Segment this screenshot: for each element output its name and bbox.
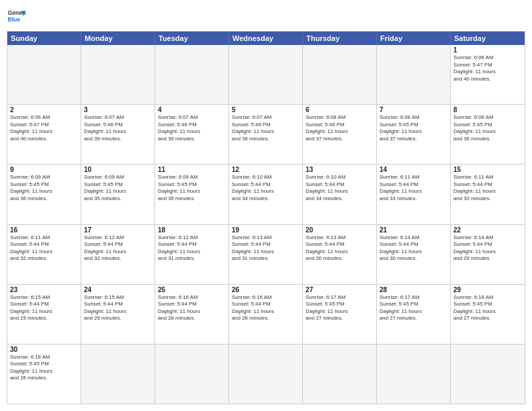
day-info: Sunrise: 6:12 AM Sunset: 5:44 PM Dayligh… — [158, 234, 226, 263]
day-info: Sunrise: 6:06 AM Sunset: 5:47 PM Dayligh… — [10, 114, 78, 142]
logo-icon: General Blue — [7, 7, 26, 26]
calendar-cell-r2-c5: 14Sunrise: 6:11 AM Sunset: 5:44 PM Dayli… — [377, 165, 451, 224]
day-info: Sunrise: 6:07 AM Sunset: 5:46 PM Dayligh… — [158, 114, 226, 142]
day-number: 24 — [84, 286, 152, 293]
day-info: Sunrise: 6:16 AM Sunset: 5:44 PM Dayligh… — [158, 294, 226, 322]
calendar-cell-r1-c1: 3Sunrise: 6:07 AM Sunset: 5:46 PM Daylig… — [81, 105, 155, 164]
calendar-cell-r0-c5 — [377, 45, 451, 104]
day-number: 16 — [10, 226, 78, 234]
calendar-cell-r0-c1 — [81, 45, 155, 104]
day-number: 14 — [380, 166, 447, 173]
day-number: 25 — [158, 286, 226, 293]
day-info: Sunrise: 6:11 AM Sunset: 5:44 PM Dayligh… — [10, 234, 78, 263]
calendar-cell-r4-c2: 25Sunrise: 6:16 AM Sunset: 5:44 PM Dayli… — [155, 285, 229, 344]
day-number: 15 — [453, 166, 522, 173]
day-number: 22 — [453, 226, 522, 234]
header-day-friday: Friday — [377, 32, 451, 45]
day-number: 19 — [232, 226, 300, 234]
day-info: Sunrise: 6:14 AM Sunset: 5:44 PM Dayligh… — [380, 234, 447, 263]
day-number: 4 — [158, 106, 226, 113]
day-number: 27 — [306, 286, 373, 293]
day-info: Sunrise: 6:06 AM Sunset: 5:47 PM Dayligh… — [453, 54, 522, 83]
day-number: 30 — [10, 346, 78, 353]
day-info: Sunrise: 6:17 AM Sunset: 5:45 PM Dayligh… — [380, 294, 447, 322]
day-info: Sunrise: 6:11 AM Sunset: 5:44 PM Dayligh… — [453, 174, 522, 202]
calendar-cell-r4-c6: 29Sunrise: 6:18 AM Sunset: 5:45 PM Dayli… — [451, 285, 525, 344]
day-number: 29 — [453, 286, 522, 293]
calendar-row-5: 30Sunrise: 6:18 AM Sunset: 5:45 PM Dayli… — [7, 345, 525, 404]
calendar-cell-r0-c2 — [155, 45, 229, 104]
day-number: 13 — [306, 166, 373, 173]
day-info: Sunrise: 6:17 AM Sunset: 5:45 PM Dayligh… — [306, 294, 373, 322]
calendar-row-3: 16Sunrise: 6:11 AM Sunset: 5:44 PM Dayli… — [7, 225, 525, 285]
header-day-monday: Monday — [81, 32, 155, 45]
calendar-cell-r3-c6: 22Sunrise: 6:14 AM Sunset: 5:44 PM Dayli… — [451, 225, 525, 284]
calendar-cell-r4-c0: 23Sunrise: 6:15 AM Sunset: 5:44 PM Dayli… — [7, 285, 81, 344]
calendar-cell-r5-c2 — [155, 345, 229, 404]
day-info: Sunrise: 6:12 AM Sunset: 5:44 PM Dayligh… — [84, 234, 152, 263]
day-info: Sunrise: 6:13 AM Sunset: 5:44 PM Dayligh… — [306, 234, 373, 263]
day-info: Sunrise: 6:10 AM Sunset: 5:44 PM Dayligh… — [306, 174, 373, 202]
day-number: 5 — [232, 106, 300, 113]
calendar-row-1: 2Sunrise: 6:06 AM Sunset: 5:47 PM Daylig… — [7, 105, 525, 165]
calendar-cell-r4-c3: 26Sunrise: 6:16 AM Sunset: 5:44 PM Dayli… — [229, 285, 303, 344]
day-info: Sunrise: 6:10 AM Sunset: 5:44 PM Dayligh… — [232, 174, 300, 202]
calendar-cell-r3-c0: 16Sunrise: 6:11 AM Sunset: 5:44 PM Dayli… — [7, 225, 81, 284]
calendar-cell-r4-c1: 24Sunrise: 6:15 AM Sunset: 5:44 PM Dayli… — [81, 285, 155, 344]
calendar-cell-r3-c4: 20Sunrise: 6:13 AM Sunset: 5:44 PM Dayli… — [303, 225, 377, 284]
day-info: Sunrise: 6:11 AM Sunset: 5:44 PM Dayligh… — [380, 174, 447, 202]
day-info: Sunrise: 6:18 AM Sunset: 5:45 PM Dayligh… — [453, 294, 522, 322]
calendar-row-4: 23Sunrise: 6:15 AM Sunset: 5:44 PM Dayli… — [7, 285, 525, 345]
day-number: 6 — [306, 106, 373, 113]
day-number: 26 — [232, 286, 300, 293]
header-day-sunday: Sunday — [7, 32, 81, 45]
logo: General Blue — [7, 7, 26, 26]
day-number: 11 — [158, 166, 226, 173]
day-info: Sunrise: 6:15 AM Sunset: 5:44 PM Dayligh… — [10, 294, 78, 322]
calendar-header: SundayMondayTuesdayWednesdayThursdayFrid… — [7, 32, 525, 45]
day-number: 20 — [306, 226, 373, 234]
calendar-cell-r3-c5: 21Sunrise: 6:14 AM Sunset: 5:44 PM Dayli… — [377, 225, 451, 284]
page: General Blue SundayMondayTuesdayWednesda… — [0, 0, 532, 411]
header-day-wednesday: Wednesday — [229, 32, 303, 45]
calendar-cell-r2-c6: 15Sunrise: 6:11 AM Sunset: 5:44 PM Dayli… — [451, 165, 525, 224]
day-info: Sunrise: 6:18 AM Sunset: 5:45 PM Dayligh… — [10, 354, 78, 382]
day-info: Sunrise: 6:09 AM Sunset: 5:45 PM Dayligh… — [10, 174, 78, 202]
day-number: 23 — [10, 286, 78, 293]
calendar-cell-r3-c2: 18Sunrise: 6:12 AM Sunset: 5:44 PM Dayli… — [155, 225, 229, 284]
calendar-cell-r3-c3: 19Sunrise: 6:13 AM Sunset: 5:44 PM Dayli… — [229, 225, 303, 284]
calendar-cell-r1-c2: 4Sunrise: 6:07 AM Sunset: 5:46 PM Daylig… — [155, 105, 229, 164]
day-info: Sunrise: 6:14 AM Sunset: 5:44 PM Dayligh… — [453, 234, 522, 263]
day-info: Sunrise: 6:08 AM Sunset: 5:45 PM Dayligh… — [380, 114, 447, 142]
day-number: 3 — [84, 106, 152, 113]
svg-text:Blue: Blue — [8, 16, 21, 23]
calendar-cell-r1-c3: 5Sunrise: 6:07 AM Sunset: 5:46 PM Daylig… — [229, 105, 303, 164]
calendar-cell-r5-c0: 30Sunrise: 6:18 AM Sunset: 5:45 PM Dayli… — [7, 345, 81, 404]
calendar-body: 1Sunrise: 6:06 AM Sunset: 5:47 PM Daylig… — [7, 45, 525, 404]
calendar-cell-r0-c0 — [7, 45, 81, 104]
header: General Blue — [7, 7, 525, 26]
calendar-cell-r5-c4 — [303, 345, 377, 404]
day-info: Sunrise: 6:08 AM Sunset: 5:46 PM Dayligh… — [306, 114, 373, 142]
calendar-cell-r1-c4: 6Sunrise: 6:08 AM Sunset: 5:46 PM Daylig… — [303, 105, 377, 164]
calendar-cell-r5-c5 — [377, 345, 451, 404]
day-info: Sunrise: 6:13 AM Sunset: 5:44 PM Dayligh… — [232, 234, 300, 263]
calendar-cell-r5-c3 — [229, 345, 303, 404]
day-number: 10 — [84, 166, 152, 173]
day-info: Sunrise: 6:16 AM Sunset: 5:44 PM Dayligh… — [232, 294, 300, 322]
day-info: Sunrise: 6:09 AM Sunset: 5:45 PM Dayligh… — [84, 174, 152, 202]
day-number: 28 — [380, 286, 447, 293]
day-number: 18 — [158, 226, 226, 234]
calendar-cell-r4-c4: 27Sunrise: 6:17 AM Sunset: 5:45 PM Dayli… — [303, 285, 377, 344]
day-number: 1 — [453, 46, 522, 54]
day-info: Sunrise: 6:09 AM Sunset: 5:45 PM Dayligh… — [158, 174, 226, 202]
day-number: 8 — [453, 106, 522, 113]
day-number: 9 — [10, 166, 78, 173]
calendar-cell-r1-c0: 2Sunrise: 6:06 AM Sunset: 5:47 PM Daylig… — [7, 105, 81, 164]
calendar-cell-r0-c3 — [229, 45, 303, 104]
calendar-row-0: 1Sunrise: 6:06 AM Sunset: 5:47 PM Daylig… — [7, 45, 525, 105]
day-info: Sunrise: 6:07 AM Sunset: 5:46 PM Dayligh… — [232, 114, 300, 142]
day-info: Sunrise: 6:15 AM Sunset: 5:44 PM Dayligh… — [84, 294, 152, 322]
calendar-cell-r2-c3: 12Sunrise: 6:10 AM Sunset: 5:44 PM Dayli… — [229, 165, 303, 224]
calendar-cell-r2-c1: 10Sunrise: 6:09 AM Sunset: 5:45 PM Dayli… — [81, 165, 155, 224]
